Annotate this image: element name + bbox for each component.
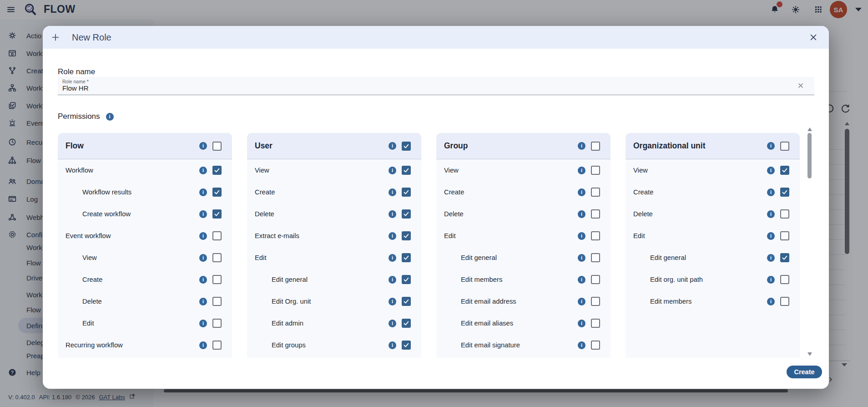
group-checkbox[interactable]	[591, 142, 600, 151]
user-edit-general-checkbox[interactable]	[402, 275, 411, 284]
info-icon[interactable]: i	[199, 167, 207, 174]
info-icon[interactable]: i	[767, 210, 775, 218]
info-icon[interactable]: i	[199, 188, 207, 196]
user-edit-groups-checkbox[interactable]	[402, 341, 411, 350]
organizational-unit-delete-checkbox[interactable]	[780, 209, 789, 219]
info-icon[interactable]: i	[578, 188, 585, 196]
permission-row: Createi	[626, 181, 800, 203]
flow-edit-checkbox[interactable]	[212, 319, 222, 328]
group-edit-email-address-checkbox[interactable]	[591, 297, 600, 306]
info-icon[interactable]: i	[767, 254, 775, 262]
user-edit-org-unit-checkbox[interactable]	[402, 297, 411, 306]
organizational-unit-edit-checkbox[interactable]	[780, 231, 789, 240]
permissions-column-group: GroupiViewiCreateiDeleteiEditiEdit gener…	[436, 133, 611, 358]
permission-row: Edit admini	[247, 312, 421, 334]
flow-view-checkbox[interactable]	[212, 253, 222, 262]
close-icon[interactable]	[809, 33, 818, 41]
info-icon[interactable]: i	[199, 232, 207, 240]
organizational-unit-checkbox[interactable]	[780, 142, 789, 151]
permission-row: Editi	[58, 312, 232, 334]
info-icon[interactable]: i	[389, 167, 396, 174]
flow-delete-checkbox[interactable]	[212, 297, 222, 306]
info-icon[interactable]: i	[767, 167, 775, 174]
info-icon[interactable]: i	[199, 276, 207, 284]
info-icon[interactable]: i	[199, 254, 207, 262]
info-icon[interactable]: i	[767, 276, 775, 284]
info-icon[interactable]: i	[199, 210, 207, 218]
column-title: User	[255, 141, 273, 151]
permission-label: Extract e-mails	[255, 232, 299, 239]
info-icon[interactable]: i	[578, 167, 585, 174]
permission-row: Edit email signaturei	[436, 334, 611, 356]
info-icon[interactable]: i	[199, 142, 207, 150]
info-icon[interactable]: i	[389, 276, 396, 284]
info-icon[interactable]: i	[578, 210, 585, 218]
permission-row: Edit generali	[247, 269, 421, 290]
info-icon[interactable]: i	[389, 232, 396, 240]
role-name-field[interactable]: Role name *	[58, 77, 814, 95]
group-edit-checkbox[interactable]	[591, 231, 600, 240]
info-icon[interactable]: i	[578, 232, 585, 240]
info-icon[interactable]: i	[106, 113, 114, 121]
flow-workflow-checkbox[interactable]	[212, 166, 222, 175]
info-icon[interactable]: i	[389, 210, 396, 218]
info-icon[interactable]: i	[767, 142, 775, 150]
column-header: Organizational uniti	[626, 133, 800, 159]
organizational-unit-edit-members-checkbox[interactable]	[780, 297, 789, 306]
info-icon[interactable]: i	[578, 142, 585, 150]
permissions-heading: Permissions i	[58, 112, 114, 121]
info-icon[interactable]: i	[578, 298, 585, 305]
group-view-checkbox[interactable]	[591, 166, 600, 175]
organizational-unit-edit-general-checkbox[interactable]	[780, 253, 789, 262]
group-edit-members-checkbox[interactable]	[591, 275, 600, 284]
user-extract-e-mails-checkbox[interactable]	[402, 231, 411, 240]
organizational-unit-view-checkbox[interactable]	[780, 166, 789, 175]
info-icon[interactable]: i	[389, 341, 396, 349]
permission-row: Createi	[247, 181, 421, 203]
user-view-checkbox[interactable]	[402, 166, 411, 175]
info-icon[interactable]: i	[578, 341, 585, 349]
info-icon[interactable]: i	[389, 142, 396, 150]
user-edit-admin-checkbox[interactable]	[402, 319, 411, 328]
info-icon[interactable]: i	[389, 298, 396, 305]
flow-recurring-workflow-checkbox[interactable]	[212, 341, 222, 350]
group-edit-email-signature-checkbox[interactable]	[591, 341, 600, 350]
info-icon[interactable]: i	[578, 254, 585, 262]
info-icon[interactable]: i	[389, 188, 396, 196]
info-icon[interactable]: i	[767, 298, 775, 305]
flow-create-checkbox[interactable]	[212, 275, 222, 284]
group-create-checkbox[interactable]	[591, 188, 600, 197]
info-icon[interactable]: i	[199, 341, 207, 349]
flow-create-workflow-checkbox[interactable]	[212, 209, 222, 219]
scrollbar-thumb[interactable]	[807, 133, 812, 178]
flow-checkbox[interactable]	[212, 142, 222, 151]
permission-row: Deletei	[58, 290, 232, 312]
flow-workflow-results-checkbox[interactable]	[212, 188, 222, 197]
info-icon[interactable]: i	[767, 232, 775, 240]
scroll-up-arrow-icon[interactable]	[807, 127, 812, 131]
info-icon[interactable]: i	[767, 188, 775, 196]
organizational-unit-create-checkbox[interactable]	[780, 188, 789, 197]
organizational-unit-edit-org-unit-path-checkbox[interactable]	[780, 275, 789, 284]
create-button[interactable]: Create	[787, 366, 822, 378]
user-checkbox[interactable]	[402, 142, 411, 151]
user-create-checkbox[interactable]	[402, 188, 411, 197]
permission-row: Edit email addressi	[436, 290, 611, 312]
info-icon[interactable]: i	[389, 320, 396, 327]
role-name-input[interactable]	[62, 84, 253, 92]
flow-event-workflow-checkbox[interactable]	[212, 231, 222, 240]
clear-icon[interactable]	[797, 82, 804, 89]
group-edit-email-aliases-checkbox[interactable]	[591, 319, 600, 328]
group-edit-general-checkbox[interactable]	[591, 253, 600, 262]
group-delete-checkbox[interactable]	[591, 209, 600, 219]
user-edit-checkbox[interactable]	[402, 253, 411, 262]
info-icon[interactable]: i	[578, 320, 585, 327]
permission-label: Workflow results	[82, 188, 131, 196]
scroll-down-arrow-icon[interactable]	[807, 352, 812, 356]
info-icon[interactable]: i	[389, 254, 396, 262]
user-delete-checkbox[interactable]	[402, 209, 411, 219]
info-icon[interactable]: i	[199, 298, 207, 305]
info-icon[interactable]: i	[578, 276, 585, 284]
info-icon[interactable]: i	[199, 320, 207, 327]
permission-row: Workflow resultsi	[58, 181, 232, 203]
